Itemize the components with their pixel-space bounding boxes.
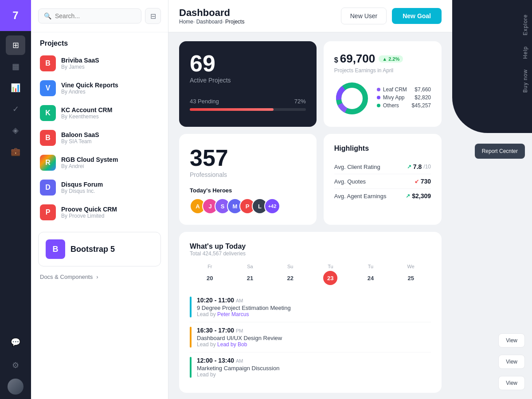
legend-dot-mivy (377, 96, 380, 99)
right-panel-dark: Explore Help Buy now (452, 0, 532, 133)
sidebar-item-chart[interactable]: 📊 (6, 78, 25, 98)
project-by: By Andres (61, 89, 159, 95)
view-button-3[interactable]: View (498, 376, 525, 390)
help-tab[interactable]: Help (519, 41, 532, 64)
cal-day-num-today: 23 (323, 271, 337, 285)
cal-day[interactable]: Tu 24 (351, 264, 391, 285)
check-icon: ✓ (12, 104, 19, 114)
project-info: Briviba SaaS By James (61, 57, 159, 70)
report-center-button[interactable]: Report Cecnter (475, 144, 525, 159)
sidebar-item-dashboard[interactable]: ⊞ (6, 35, 25, 55)
project-by: By SIA Team (61, 138, 159, 145)
cal-day[interactable]: We 25 (391, 264, 431, 285)
event-details: 16:30 - 17:00 PM Dashboard UI/UX Design … (197, 327, 282, 348)
project-info: KC Account CRM By Keenthemes (61, 106, 159, 120)
cal-day-name: Su (287, 264, 293, 269)
search-input[interactable] (55, 12, 136, 20)
project-by: By Andrei (61, 163, 159, 169)
new-user-button[interactable]: New User (341, 8, 387, 24)
sidebar-nav: ⊞ ▦ 📊 ✓ ◈ 💼 (6, 31, 25, 328)
cal-day-num: 25 (404, 271, 418, 285)
sidebar-item-grid[interactable]: ▦ (6, 57, 25, 76)
sidebar-item-messages[interactable]: 💬 (6, 332, 25, 352)
left-panel: 🔍 ⊟ Projects B Briviba SaaS By James V V… (31, 0, 168, 399)
project-by: By Proove Limited (61, 213, 159, 219)
sidebar-item-briefcase[interactable]: 💼 (6, 142, 25, 161)
list-item[interactable]: R RGB Cloud System By Andrei (31, 150, 168, 175)
briefcase-icon: 💼 (11, 147, 20, 156)
list-item[interactable]: K KC Account CRM By Keenthemes (31, 101, 168, 125)
page-title: Dashboard (179, 7, 244, 19)
filter-button[interactable]: ⊟ (145, 8, 161, 24)
bootstrap-promo: B Bootstrap 5 (38, 232, 161, 266)
breadcrumb: Home· Dashboard· Projects (179, 19, 244, 25)
search-input-wrap[interactable]: 🔍 (38, 8, 141, 23)
event-time: 16:30 - 17:00 PM (197, 327, 282, 334)
breadcrumb-dashboard: Dashboard· (196, 19, 224, 25)
project-name: Vine Quick Reports (61, 82, 159, 89)
list-item[interactable]: B Baloon SaaS By SIA Team (31, 125, 168, 150)
cal-day-num: 24 (364, 271, 378, 285)
event-lead-link[interactable]: Lead by Bob (217, 341, 247, 348)
message-icon: 💬 (11, 337, 20, 347)
sidebar-logo: 7 (0, 0, 31, 31)
event-bar (190, 327, 192, 348)
row-2: 357 Professionals Today's Heroes A J S M… (179, 134, 442, 225)
sidebar-item-layers[interactable]: ◈ (6, 121, 25, 140)
list-item[interactable]: B Briviba SaaS By James (31, 51, 168, 76)
project-by: By Keenthemes (61, 113, 159, 120)
explore-tab[interactable]: Explore (519, 9, 532, 41)
event-lead: Lead by Peter Marcus (197, 311, 291, 317)
docs-link[interactable]: Docs & Components › (31, 274, 168, 280)
view-button-2[interactable]: View (498, 355, 525, 369)
user-avatar[interactable] (8, 379, 23, 395)
project-logo: D (40, 180, 56, 196)
event-time: 12:00 - 13:40 AM (197, 357, 279, 364)
sidebar-bottom: 💬 ⚙ (6, 328, 25, 399)
cal-day-name: Fr (207, 264, 212, 269)
event-bar (190, 357, 192, 378)
event-details: 10:20 - 11:00 AM 9 Degree Project Estima… (197, 297, 291, 317)
event-lead: Lead by Lead by Bob (197, 341, 282, 348)
highlight-row-earnings: Avg. Agent Earnings ↗ $2,309 (334, 189, 431, 203)
calendar-sub: Total 424,567 deliveries (190, 250, 431, 257)
view-buttons: View View View (495, 332, 528, 392)
event-lead: Lead by (197, 372, 279, 378)
buy-now-tab[interactable]: Buy now (519, 64, 532, 98)
cal-day-name: We (407, 264, 415, 269)
dashboard-scroll: 69 Active Projects 43 Pending 72% $ (168, 32, 452, 399)
event-ampm: AM (236, 358, 243, 364)
project-info: Proove Quick CRM By Proove Limited (61, 206, 159, 219)
cal-day[interactable]: Fr 20 (190, 264, 230, 285)
chevron-right-icon: › (96, 274, 98, 280)
legend-val-leaf: $7,660 (415, 86, 431, 93)
progress-bar-fill (190, 108, 274, 111)
project-name: Baloon SaaS (61, 131, 159, 138)
stats-label: Professionals (190, 171, 306, 178)
calendar-days: Fr 20 Sa 21 Su 22 Tu 23 (190, 264, 431, 285)
list-item[interactable]: V Vine Quick Reports By Andres (31, 76, 168, 101)
list-item[interactable]: P Proove Quick CRM By Proove Limited (31, 200, 168, 225)
view-button-1[interactable]: View (498, 333, 525, 348)
project-name: Proove Quick CRM (61, 206, 159, 213)
progress-pct: 72% (294, 98, 306, 105)
cal-day-today[interactable]: Tu 23 (310, 264, 351, 285)
highlight-val: ↗ $2,309 (406, 192, 431, 200)
sidebar-item-check[interactable]: ✓ (6, 99, 25, 119)
event-item: 12:00 - 13:40 AM Marketing Campaign Disc… (190, 352, 431, 382)
cal-day[interactable]: Su 22 (270, 264, 310, 285)
project-name: Disqus Forum (61, 181, 159, 188)
stats-card: 357 Professionals Today's Heroes A J S M… (179, 134, 317, 225)
earnings-value: 69,700 (340, 52, 376, 66)
event-lead-link[interactable]: Peter Marcus (217, 311, 249, 317)
legend-items: Leaf CRM $7,660 Mivy App $2,820 (377, 86, 431, 110)
calendar-title: What's up Today (190, 243, 431, 250)
topbar-title: Dashboard Home· Dashboard· Projects (179, 7, 244, 25)
event-name: 9 Degree Project Estimation Meeting (197, 305, 291, 311)
search-icon: 🔍 (44, 12, 51, 20)
sidebar-item-settings[interactable]: ⚙ (6, 356, 25, 375)
earnings-amount: $ 69,700 (334, 52, 375, 66)
new-goal-button[interactable]: New Goal (392, 8, 442, 24)
list-item[interactable]: D Disqus Forum By Disqus Inc. (31, 175, 168, 200)
cal-day[interactable]: Sa 21 (230, 264, 270, 285)
